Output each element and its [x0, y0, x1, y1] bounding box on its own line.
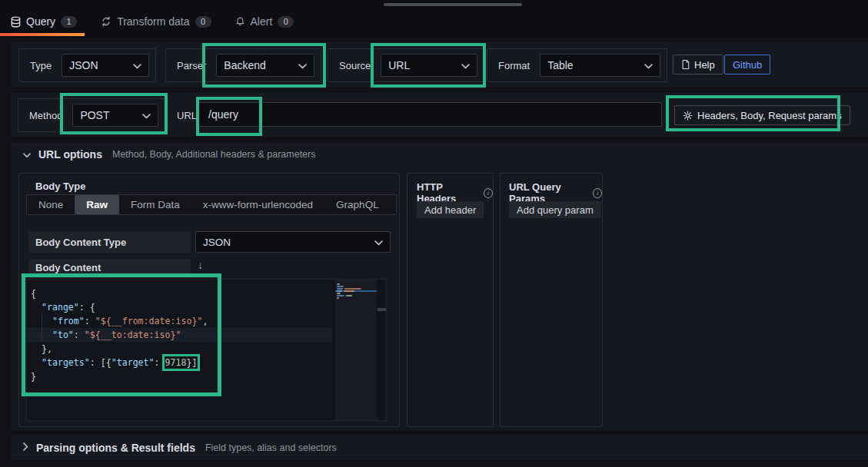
document-icon	[681, 59, 690, 70]
format-select[interactable]: Table	[540, 54, 660, 77]
active-tab-indicator	[0, 33, 85, 36]
add-header-button[interactable]: Add header	[417, 201, 484, 218]
parser-field-group: Parser Backend	[165, 48, 321, 82]
help-button[interactable]: Help	[673, 55, 723, 75]
url-options-subtitle: Method, Body, Additional headers & param…	[112, 149, 316, 160]
query-type-row: Type JSON Parser Backend Source URL Form…	[11, 42, 868, 87]
http-headers-panel: HTTP Headers i Add header	[407, 173, 494, 427]
body-content-code[interactable]: { "range": { "from": "${__from:date:iso}…	[27, 280, 386, 383]
add-query-param-button[interactable]: Add query param	[509, 201, 601, 218]
body-content-code-editor[interactable]: { "range": { "from": "${__from:date:iso}…	[26, 279, 387, 421]
info-circle-icon[interactable]: i	[484, 188, 493, 198]
tab-transform-label: Transform data	[117, 15, 189, 28]
parsing-options-title: Parsing options & Result fields	[36, 442, 195, 454]
gear-icon	[683, 111, 693, 121]
parsing-options-header[interactable]: Parsing options & Result fields Field ty…	[11, 435, 868, 460]
url-options-header[interactable]: URL options Method, Body, Additional hea…	[11, 143, 868, 166]
body-type-option-x-www-form-urlencoded[interactable]: x-www-form-urlencoded	[191, 195, 324, 214]
method-label: Method	[29, 110, 62, 121]
chevron-down-icon	[142, 110, 151, 121]
tab-alert-count: 0	[278, 16, 294, 28]
source-label: Source	[339, 60, 371, 71]
info-circle-icon[interactable]: i	[593, 188, 602, 198]
tab-transform-data[interactable]: Transform data 0	[101, 15, 211, 28]
help-button-label: Help	[694, 59, 715, 71]
process-arrows-icon	[101, 16, 111, 27]
method-select-value: POST	[80, 109, 142, 121]
editor-minimap[interactable]	[335, 280, 377, 420]
url-row: Method POST URL /query Headers, Body, Re…	[11, 92, 868, 137]
url-input[interactable]: /query	[197, 102, 662, 127]
chevron-right-icon	[23, 442, 28, 453]
chevron-down-icon	[644, 60, 653, 71]
code-line[interactable]: "range": {	[31, 300, 386, 314]
parser-label: Parser	[177, 60, 206, 71]
tab-alert[interactable]: Alert 0	[235, 15, 294, 28]
code-line[interactable]: "from": "${__from:date:iso}",	[31, 314, 386, 328]
request-body-panel: Body Type NoneRawForm Datax-www-form-url…	[18, 173, 400, 427]
body-type-radio-group: NoneRawForm Datax-www-form-urlencodedGra…	[26, 194, 397, 215]
editor-scrollbar-thumb[interactable]	[377, 308, 386, 311]
code-line[interactable]: },	[31, 342, 386, 356]
chevron-down-icon	[298, 60, 307, 71]
grafana-query-editor: { "colors": { "accent_green": "#2bb889",…	[0, 0, 868, 467]
chevron-down-icon	[23, 149, 31, 161]
body-type-option-raw[interactable]: Raw	[75, 195, 119, 214]
body-type-option-none[interactable]: None	[27, 195, 75, 214]
body-content-type-value: JSON	[203, 237, 374, 248]
github-button[interactable]: Github	[724, 55, 770, 75]
editor-scrollbar[interactable]	[377, 280, 387, 420]
chevron-down-icon	[461, 60, 470, 71]
code-line[interactable]: "to": "${__to:date:iso}"	[31, 328, 386, 342]
format-field-group: Format Table	[487, 48, 667, 82]
source-select-value: URL	[388, 59, 461, 71]
code-line[interactable]: {	[31, 286, 386, 300]
type-label: Type	[30, 60, 52, 71]
annotation-box-target-value: 9718}]	[165, 357, 198, 368]
url-input-value: /query	[208, 108, 238, 121]
url-label: URL	[177, 110, 197, 121]
settings-button-label: Headers, Body, Request params	[697, 110, 842, 121]
database-icon	[11, 16, 21, 28]
parser-select[interactable]: Backend	[216, 54, 314, 77]
chevron-down-icon	[133, 60, 141, 71]
pane-resize-handle[interactable]	[384, 3, 522, 6]
editor-tab-bar: Query 1 Transform data 0 Alert 0	[0, 0, 868, 37]
chevron-down-icon	[374, 237, 383, 248]
type-select[interactable]: JSON	[62, 54, 149, 77]
tab-query-count: 1	[61, 16, 77, 28]
tab-transform-count: 0	[195, 16, 211, 28]
url-query-params-panel: URL Query Params i Add query param	[500, 173, 603, 427]
parsing-options-section: Parsing options & Result fields Field ty…	[11, 435, 868, 460]
url-options-section: URL options Method, Body, Additional hea…	[11, 143, 868, 430]
parser-select-value: Backend	[224, 59, 298, 71]
tab-alert-label: Alert	[251, 15, 273, 28]
body-content-type-label: Body Content Type	[28, 231, 191, 253]
format-select-value: Table	[547, 59, 644, 71]
source-select[interactable]: URL	[381, 54, 477, 77]
code-line[interactable]: "targets": [{"target": 9718}]	[31, 356, 386, 369]
type-select-value: JSON	[69, 59, 133, 71]
body-content-type-select[interactable]: JSON	[195, 231, 391, 253]
method-field-group: Method POST	[18, 98, 165, 132]
body-type-option-graphql[interactable]: GraphQL	[324, 195, 391, 214]
source-field-group: Source URL	[328, 48, 484, 82]
tab-query[interactable]: Query 1	[11, 15, 77, 28]
parsing-options-subtitle: Field types, alias and selectors	[205, 442, 337, 453]
method-select[interactable]: POST	[72, 104, 158, 127]
body-type-option-form-data[interactable]: Form Data	[119, 195, 191, 214]
type-field-group: Type JSON	[18, 48, 156, 82]
github-button-label: Github	[733, 59, 762, 71]
body-content-label: Body Content	[28, 259, 191, 276]
tab-query-label: Query	[26, 15, 55, 28]
url-options-title: URL options	[38, 148, 102, 161]
body-type-label: Body Type	[35, 181, 86, 192]
arrow-down-icon: ↓	[198, 259, 203, 271]
code-line[interactable]: }	[31, 369, 386, 383]
headers-body-request-params-button[interactable]: Headers, Body, Request params	[674, 105, 850, 125]
format-label: Format	[498, 60, 530, 71]
bell-icon	[235, 16, 245, 27]
